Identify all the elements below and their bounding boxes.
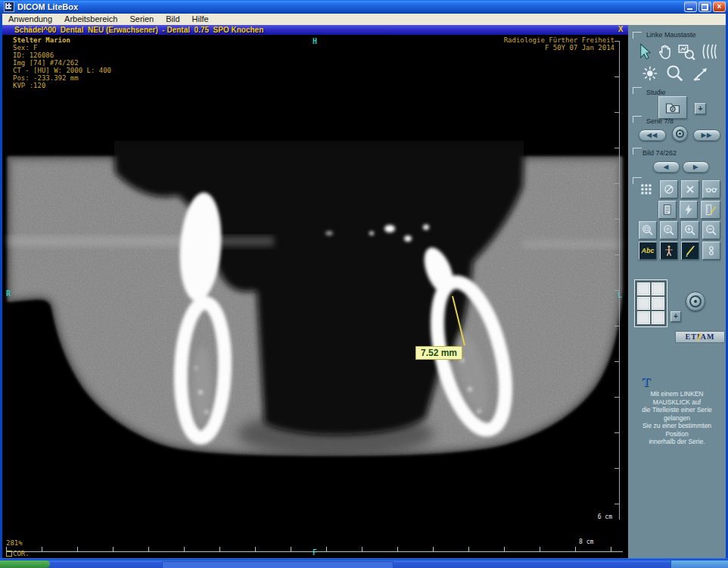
measure-tool-button[interactable] bbox=[690, 63, 711, 84]
pen-icon bbox=[683, 244, 697, 257]
zoom-level-label: 281% bbox=[6, 539, 23, 547]
window-title: DICOM LiteBox bbox=[17, 2, 683, 11]
close-series-button[interactable] bbox=[681, 180, 699, 198]
layout-matrix-selector[interactable] bbox=[634, 279, 667, 327]
system-tray bbox=[670, 560, 728, 568]
display-eye-button[interactable] bbox=[686, 292, 705, 311]
zoom-in-button[interactable] bbox=[681, 221, 699, 239]
zoom-region-icon bbox=[641, 223, 655, 237]
zoom-fit-icon bbox=[662, 223, 676, 237]
layout-cell[interactable] bbox=[652, 297, 664, 310]
image-prev-button[interactable]: ◀ bbox=[653, 161, 680, 173]
quick-process-button[interactable] bbox=[680, 201, 698, 219]
sun-icon bbox=[640, 63, 661, 84]
taskbar-task-button[interactable] bbox=[162, 561, 394, 568]
report-button[interactable] bbox=[658, 201, 677, 219]
zoom-fit-button[interactable] bbox=[660, 221, 678, 239]
menu-arbeitsbereich[interactable]: Arbeitsbereich bbox=[58, 14, 123, 25]
menu-serien[interactable]: Serien bbox=[123, 14, 160, 25]
section-corner bbox=[633, 116, 642, 123]
layout-cell[interactable] bbox=[637, 282, 650, 295]
magnifier-icon bbox=[664, 63, 686, 84]
study-view-button[interactable] bbox=[658, 96, 687, 119]
section-corner bbox=[633, 148, 642, 154]
series-eye-button[interactable] bbox=[672, 126, 688, 142]
stack-scroll-tool-button[interactable] bbox=[699, 42, 719, 61]
orientation-left: R bbox=[6, 289, 11, 298]
title-bar[interactable]: DICOM LiteBox × bbox=[0, 0, 728, 14]
image-viewer: Schädel^00 Dental NEU (Erwachsener) - De… bbox=[2, 25, 628, 558]
series-prev-button[interactable]: ◀◀ bbox=[639, 130, 666, 141]
scout-lines-button[interactable] bbox=[660, 242, 678, 260]
window-level-info: CT - [HU] W: 2000 L: 400 bbox=[13, 67, 111, 74]
tool-sidebar: Linke Maustaste Studie + Serie 7/8 ◀◀ ▶▶… bbox=[628, 25, 726, 558]
plane-square-icon bbox=[6, 551, 12, 557]
layout-cell[interactable] bbox=[637, 311, 650, 324]
add-layout-button[interactable]: + bbox=[670, 311, 681, 322]
window-level-tool-button[interactable] bbox=[677, 42, 696, 61]
draw-tool-button[interactable] bbox=[681, 242, 699, 260]
close-button[interactable]: × bbox=[713, 2, 726, 12]
section-corner bbox=[633, 32, 642, 39]
brightness-tool-button[interactable] bbox=[640, 63, 661, 84]
link-icon bbox=[705, 244, 718, 257]
image-number: Img [74] #74/262 bbox=[13, 59, 111, 67]
add-study-button[interactable]: + bbox=[695, 103, 706, 114]
layout-cell[interactable] bbox=[652, 311, 664, 324]
vertical-scale-label: 6 cm bbox=[585, 513, 612, 520]
layout-cell[interactable] bbox=[637, 297, 650, 310]
grid-dots-icon bbox=[639, 183, 653, 196]
image-section-label: Bild 74/262 bbox=[642, 149, 677, 157]
zoom-region-button[interactable] bbox=[639, 221, 657, 239]
measurement-label[interactable]: 7.52 mm bbox=[415, 346, 462, 360]
eye-icon bbox=[689, 295, 702, 307]
zoom-out-button[interactable] bbox=[702, 221, 720, 239]
ct-image bbox=[2, 35, 628, 558]
kvp-info: KVP :120 bbox=[13, 82, 111, 89]
image-next-button[interactable]: ▶ bbox=[683, 161, 709, 173]
plane-label: COR. bbox=[6, 550, 30, 557]
vertical-ruler bbox=[614, 41, 620, 520]
series-position-tool-icon: T bbox=[642, 375, 650, 390]
patient-name: Stelter Marion bbox=[13, 36, 111, 44]
invert-tool-button[interactable] bbox=[660, 180, 678, 198]
cine-edit-button[interactable] bbox=[701, 201, 720, 219]
stereo-view-button[interactable] bbox=[702, 180, 720, 198]
mouse-section-label: Linke Maustaste bbox=[646, 31, 696, 39]
glasses-icon bbox=[705, 183, 718, 196]
menu-anwendung[interactable]: Anwendung bbox=[2, 14, 58, 25]
start-button[interactable] bbox=[0, 560, 50, 568]
link-series-button[interactable] bbox=[702, 242, 720, 260]
zoom-in-icon bbox=[683, 223, 697, 237]
menu-hilfe[interactable]: Hilfe bbox=[186, 14, 215, 25]
annotations-button[interactable]: Abc bbox=[639, 242, 657, 260]
pointer-tool-button[interactable] bbox=[634, 42, 654, 61]
os-taskbar bbox=[0, 560, 728, 568]
app-icon bbox=[4, 2, 14, 12]
series-close-button[interactable]: X bbox=[615, 25, 626, 34]
minimize-button[interactable] bbox=[684, 2, 697, 12]
restore-button[interactable] bbox=[698, 2, 711, 12]
menu-bar: Anwendung Arbeitsbereich Serien Bild Hil… bbox=[2, 14, 726, 26]
stack-icon bbox=[699, 42, 719, 61]
invert-icon bbox=[662, 183, 676, 196]
study-section-label: Studie bbox=[646, 89, 666, 96]
zoom-tool-button[interactable] bbox=[664, 63, 686, 84]
study-date: F 50Y 07 Jan 2014 bbox=[504, 44, 614, 51]
series-next-button[interactable]: ▶▶ bbox=[693, 130, 720, 141]
menu-bild[interactable]: Bild bbox=[160, 14, 185, 25]
institution-overlay: Radiologie Fürther Freiheit F 50Y 07 Jan… bbox=[504, 36, 614, 51]
patient-id: ID: 126086 bbox=[13, 51, 111, 59]
dicom-litebox-window: DICOM LiteBox × Anwendung Arbeitsbereich… bbox=[0, 0, 728, 568]
tile-layout-button[interactable] bbox=[637, 180, 655, 198]
lightning-icon bbox=[682, 203, 695, 217]
layout-cell[interactable] bbox=[652, 282, 664, 295]
patient-info-overlay: Stelter Marion Sex: F ID: 126086 Img [74… bbox=[13, 36, 111, 89]
series-title-bar[interactable]: Schädel^00 Dental NEU (Erwachsener) - De… bbox=[2, 25, 628, 35]
window-level-icon bbox=[677, 42, 696, 61]
hand-icon bbox=[655, 42, 675, 61]
pan-tool-button[interactable] bbox=[655, 42, 675, 61]
measure-icon bbox=[690, 63, 711, 84]
ct-image-canvas[interactable]: Stelter Marion Sex: F ID: 126086 Img [74… bbox=[2, 35, 628, 558]
minimize-icon bbox=[687, 8, 692, 10]
